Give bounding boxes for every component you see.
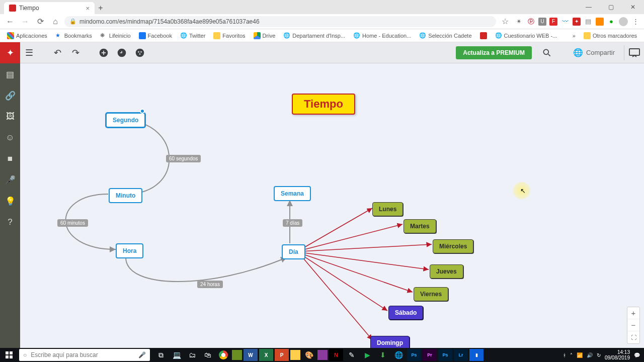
volume-icon[interactable]: 🔊 [587, 352, 593, 358]
search-button[interactable] [538, 44, 556, 62]
reload-button[interactable]: ⟳ [34, 16, 46, 28]
chrome-menu-button[interactable]: ⋮ [631, 17, 640, 26]
node-lunes[interactable]: Lunes [372, 202, 403, 216]
profile-avatar[interactable] [619, 17, 628, 26]
taskbar-app[interactable]: 🌐 [391, 349, 406, 361]
extension-icon[interactable]: 〰 [560, 17, 570, 26]
file-explorer-button[interactable]: 🗂 [185, 349, 199, 361]
minimize-button[interactable]: — [578, 0, 600, 14]
node-minuto[interactable]: Minuto [109, 188, 142, 203]
outline-button[interactable]: ▤ [4, 68, 16, 80]
idea-button[interactable]: 💡 [4, 195, 16, 207]
extension-icon[interactable]: ✴ [514, 17, 523, 26]
bookmark-item[interactable]: Drive [251, 30, 279, 41]
taskbar-app[interactable] [317, 350, 328, 360]
new-tab-button[interactable]: + [95, 2, 107, 14]
powerpoint-button[interactable]: P [275, 349, 289, 361]
netflix-button[interactable]: N [329, 349, 343, 361]
mindomo-logo[interactable]: ✦ [0, 42, 20, 63]
theme-button[interactable] [131, 44, 149, 62]
taskbar-app[interactable]: ✎ [345, 349, 359, 361]
maximize-button[interactable]: ▢ [600, 0, 622, 14]
bookmark-item[interactable]: ★Bookmarks [52, 30, 95, 41]
extension-icon[interactable] [596, 18, 604, 26]
extension-icon[interactable]: ● [607, 17, 616, 26]
help-button[interactable]: ? [4, 216, 16, 228]
extension-icon[interactable]: ▤ [584, 17, 593, 26]
zoom-in-button[interactable]: + [627, 307, 639, 319]
bookmark-item[interactable]: Facebook [136, 30, 175, 41]
image-button[interactable]: 🖼 [4, 111, 16, 123]
bookmark-item[interactable]: 🌐Home - Education... [350, 30, 414, 41]
emoji-button[interactable]: ☺ [4, 132, 16, 144]
tray-icon[interactable]: ᚼ [563, 352, 566, 358]
other-bookmarks[interactable]: Otros marcadores [581, 30, 640, 41]
bookmark-item[interactable]: 🌐Cuestionario WEB -... [492, 30, 560, 41]
redo-button[interactable]: ↷ [66, 44, 85, 62]
chrome-button[interactable] [219, 350, 228, 359]
star-button[interactable]: ☆ [499, 16, 511, 28]
bookmark-item[interactable] [477, 30, 490, 41]
start-button[interactable] [0, 348, 18, 362]
photoshop-button[interactable]: Ps [407, 349, 421, 361]
bookmarks-overflow[interactable]: » [570, 33, 579, 39]
photoshop-button[interactable]: Ps [438, 349, 452, 361]
selection-handle-icon[interactable] [140, 109, 145, 114]
taskbar-clock[interactable]: 14:13 09/08/2019 [605, 349, 630, 360]
node-segundo[interactable]: Segundo [106, 113, 145, 128]
node-miercoles[interactable]: Miércoles [433, 239, 473, 253]
store-button[interactable]: 🛍 [201, 349, 215, 361]
bookmark-item[interactable]: 🌐Twitter [177, 30, 208, 41]
node-hora[interactable]: Hora [116, 243, 143, 258]
add-subtopic-button[interactable] [113, 44, 131, 62]
taskbar-app[interactable]: ▶ [360, 349, 374, 361]
node-martes[interactable]: Martes [404, 219, 436, 233]
tray-up-icon[interactable]: ˄ [570, 352, 573, 358]
close-window-button[interactable]: ✕ [622, 0, 644, 14]
menu-button[interactable]: ☰ [20, 44, 38, 62]
node-semana[interactable]: Semana [274, 186, 311, 201]
taskbar-search[interactable]: ○ Escribe aquí para buscar 🎤 [19, 349, 150, 361]
share-button[interactable]: 🌐 Compartir [566, 48, 622, 57]
lightroom-button[interactable]: Lr [454, 349, 468, 361]
upgrade-premium-button[interactable]: Actualiza a PREMIUM [456, 46, 532, 59]
browser-tab[interactable]: Tiempo × [4, 2, 95, 14]
zoom-fit-button[interactable]: ⛶ [627, 331, 639, 343]
task-view-button[interactable]: ⧉ [154, 349, 168, 361]
back-button[interactable]: ← [4, 16, 16, 28]
mindmap-canvas[interactable]: Tiempo Segundo Minuto Hora Semana Día Lu… [20, 63, 644, 348]
tab-close-icon[interactable]: × [86, 5, 90, 12]
bookmark-item[interactable]: ❋Lifeinicio [97, 30, 134, 41]
apps-shortcut[interactable]: Aplicaciones [4, 30, 50, 41]
taskbar-app[interactable]: ⬇ [376, 349, 390, 361]
taskbar-app[interactable] [232, 350, 242, 360]
network-icon[interactable]: 📶 [577, 352, 583, 358]
node-viernes[interactable]: Viernes [414, 287, 448, 301]
taskbar-app[interactable]: 💻 [170, 349, 184, 361]
premiere-button[interactable]: Pr [423, 349, 437, 361]
present-button[interactable] [624, 45, 644, 60]
bookmark-item[interactable]: Favoritos [210, 30, 248, 41]
forward-button[interactable]: → [19, 16, 31, 28]
word-button[interactable]: W [244, 349, 258, 361]
node-dia[interactable]: Día [282, 244, 305, 259]
taskbar-app[interactable] [290, 350, 300, 360]
flipboard-icon[interactable]: F [549, 18, 557, 26]
notifications-icon[interactable]: 💬 [634, 352, 640, 358]
omnibox[interactable]: 🔒 mindomo.com/es/mindmap/7154a0b368fa4ae… [64, 16, 496, 27]
pinterest-icon[interactable]: ⓟ [526, 17, 535, 26]
excel-button[interactable]: X [259, 349, 273, 361]
zoom-out-button[interactable]: − [627, 319, 639, 331]
node-jueves[interactable]: Jueves [430, 264, 463, 279]
map-title-node[interactable]: Tiempo [292, 94, 355, 115]
taskbar-app[interactable]: ▮ [469, 349, 484, 361]
link-button[interactable]: 🔗 [4, 89, 16, 102]
taskbar-app[interactable]: 🎨 [302, 349, 316, 361]
extension-icon[interactable]: ✦ [573, 18, 581, 26]
video-button[interactable]: ■ [4, 153, 16, 165]
bookmark-item[interactable]: 🌐Departament d'Insp... [280, 30, 348, 41]
node-domingo[interactable]: Domingp [370, 336, 410, 348]
node-sabado[interactable]: Sábado [388, 306, 423, 320]
undo-button[interactable]: ↶ [48, 44, 66, 62]
tray-icon[interactable]: ↻ [597, 352, 601, 358]
